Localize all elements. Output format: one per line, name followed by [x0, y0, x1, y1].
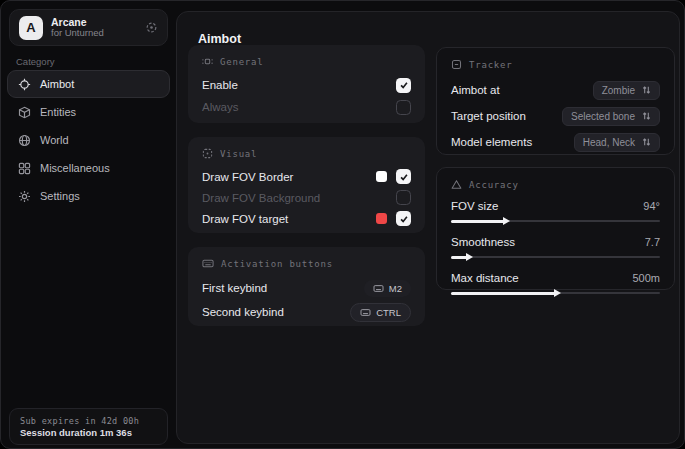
slider-thumb[interactable]: [466, 253, 473, 261]
row-label: Target position: [451, 110, 562, 122]
smoothness-slider[interactable]: [451, 252, 660, 261]
globe-icon: [18, 134, 31, 147]
section-title: Activation buttons: [221, 259, 333, 269]
sidebar: A Arcane for Unturned Category Aimbo: [1, 1, 176, 448]
slider-row-smoothness: Smoothness 7.7: [451, 233, 660, 261]
color-swatch-red[interactable]: [376, 213, 387, 224]
app-window: A Arcane for Unturned Category Aimbo: [0, 0, 685, 449]
slider-labels: FOV size 94°: [451, 197, 660, 214]
sidebar-item-miscellaneous[interactable]: Miscellaneous: [7, 154, 170, 182]
second-keybind-button[interactable]: CTRL: [350, 303, 411, 322]
tracker-card: Tracker Aimbot at Zombie Target position…: [436, 47, 675, 155]
row-label: Second keybind: [202, 306, 350, 318]
target-position-select[interactable]: Selected bone: [562, 107, 660, 126]
fov-size-slider[interactable]: [451, 216, 660, 225]
toggle-row-fov-target: Draw FOV target: [202, 208, 411, 229]
sidebar-item-label: Aimbot: [40, 78, 74, 90]
select-row-model-elements: Model elements Head, Neck: [451, 129, 660, 155]
row-label: FOV size: [451, 200, 643, 212]
tracker-icon: [451, 59, 462, 70]
keybind-value: CTRL: [376, 307, 401, 318]
sidebar-item-entities[interactable]: Entities: [7, 98, 170, 126]
grid-icon: [18, 162, 31, 175]
row-label: Draw FOV Background: [202, 192, 396, 204]
app-titles: Arcane for Unturned: [51, 16, 137, 39]
section-title: General: [220, 57, 264, 67]
row-label: Draw FOV Border: [202, 171, 376, 183]
row-label: Enable: [202, 79, 396, 91]
sidebar-item-label: Settings: [40, 190, 80, 202]
fov-background-checkbox[interactable]: [396, 190, 411, 205]
tracker-card-header: Tracker: [451, 59, 660, 70]
slider-fill: [451, 220, 505, 223]
accuracy-card: Accuracy FOV size 94° Smoothness 7.7: [436, 167, 675, 290]
sidebar-item-label: World: [40, 134, 69, 146]
visual-card-header: Visual: [202, 148, 411, 159]
row-label: Smoothness: [451, 236, 645, 248]
always-checkbox[interactable]: [396, 100, 411, 115]
toggle-row-always: Always: [202, 96, 411, 118]
slider-labels: Max distance 500m: [451, 269, 660, 286]
sidebar-item-label: Miscellaneous: [40, 162, 110, 174]
fov-size-value: 94°: [643, 200, 660, 212]
slider-thumb[interactable]: [503, 217, 510, 225]
row-label: Always: [202, 101, 396, 113]
sidebar-item-settings[interactable]: Settings: [7, 182, 170, 210]
section-title: Tracker: [469, 60, 513, 70]
updown-arrows-icon: [642, 137, 651, 147]
select-value: Zombie: [602, 85, 635, 96]
visual-card: Visual Draw FOV Border Draw FOV Backgrou…: [188, 137, 425, 233]
select-row-target-position: Target position Selected bone: [451, 103, 660, 129]
select-row-aimbot-at: Aimbot at Zombie: [451, 77, 660, 103]
page-title: Aimbot: [198, 32, 241, 46]
fov-target-checkbox[interactable]: [396, 211, 411, 226]
activation-card-header: Activation buttons: [202, 258, 411, 269]
model-elements-select[interactable]: Head, Neck: [574, 133, 660, 152]
toggle-row-enable: Enable: [202, 74, 411, 96]
keyboard-icon: [373, 284, 384, 293]
keyboard-icon: [202, 258, 214, 269]
toggle-row-fov-background: Draw FOV Background: [202, 187, 411, 208]
keybind-row-second: Second keybind CTRL: [202, 300, 411, 324]
check-icon: [399, 214, 409, 224]
row-label: Aimbot at: [451, 84, 593, 96]
slider-thumb[interactable]: [554, 289, 561, 297]
fov-border-checkbox[interactable]: [396, 169, 411, 184]
subscription-info: Sub expires in 42d 00h Session duration …: [9, 408, 168, 445]
check-icon: [399, 80, 409, 90]
app-header: A Arcane for Unturned: [9, 9, 168, 46]
crosshair-icon: [18, 78, 31, 91]
aimbot-at-select[interactable]: Zombie: [593, 81, 660, 100]
keybind-value: M2: [389, 283, 402, 294]
target-icon[interactable]: [145, 21, 158, 34]
first-keybind-button[interactable]: M2: [364, 280, 411, 297]
sub-expiry-text: Sub expires in 42d 00h: [20, 416, 157, 426]
sidebar-item-world[interactable]: World: [7, 126, 170, 154]
general-card-header: General: [202, 56, 411, 67]
main-panel: Aimbot General Enable Always: [176, 11, 680, 444]
updown-arrows-icon: [642, 111, 651, 121]
scan-icon: [202, 148, 213, 159]
color-swatch-white[interactable]: [376, 171, 387, 182]
category-label: Category: [16, 56, 55, 67]
activation-card: Activation buttons First keybind M2 Seco…: [188, 247, 425, 326]
section-title: Visual: [220, 149, 257, 159]
slider-row-max-distance: Max distance 500m: [451, 269, 660, 297]
smoothness-value: 7.7: [645, 236, 660, 248]
enable-checkbox[interactable]: [396, 78, 411, 93]
sidebar-item-aimbot[interactable]: Aimbot: [7, 70, 170, 98]
triangle-icon: [451, 179, 462, 190]
max-distance-slider[interactable]: [451, 288, 660, 297]
select-value: Head, Neck: [583, 137, 635, 148]
keybind-row-first: First keybind M2: [202, 276, 411, 300]
cube-icon: [18, 106, 31, 119]
slider-track: [451, 256, 660, 258]
row-label: Draw FOV target: [202, 213, 376, 225]
section-title: Accuracy: [469, 180, 519, 190]
toggle-row-fov-border: Draw FOV Border: [202, 166, 411, 187]
general-card: General Enable Always: [188, 45, 425, 123]
sliders-icon: [202, 56, 213, 67]
logo-letter: A: [26, 20, 35, 35]
row-label: Max distance: [451, 272, 632, 284]
app-subtitle: for Unturned: [51, 28, 137, 39]
